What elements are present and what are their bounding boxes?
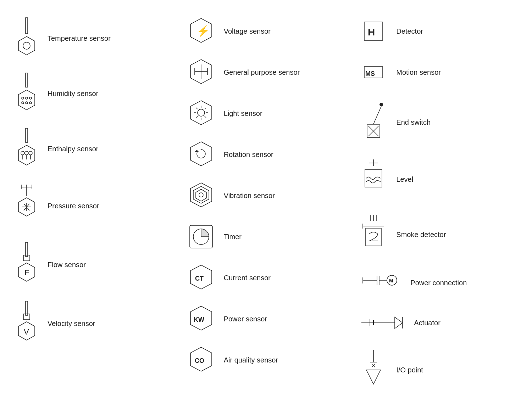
light-sensor-label: Light sensor [224, 109, 262, 118]
svg-rect-88 [366, 228, 381, 246]
light-sensor-item: Light sensor [180, 93, 353, 134]
air-quality-sensor-symbol: CO [187, 346, 215, 374]
smoke-detector-item: Smoke detector [352, 207, 525, 262]
svg-point-60 [199, 193, 203, 197]
power-connection-item: M Power connection [352, 262, 525, 303]
level-label: Level [396, 175, 413, 184]
temperature-sensor-item: Temperature sensor [7, 11, 180, 66]
humidity-sensor-symbol [14, 72, 39, 115]
detector-item: H Detector [352, 11, 525, 52]
level-symbol [359, 158, 388, 201]
svg-marker-44 [190, 101, 212, 125]
svg-marker-59 [196, 189, 206, 201]
current-sensor-label: Current sensor [224, 274, 271, 282]
power-connection-symbol: M [359, 269, 402, 297]
io-point-item: I/O point [352, 342, 525, 398]
svg-text:CT: CT [195, 275, 204, 282]
power-connection-label: Power connection [410, 279, 467, 287]
svg-text:M: M [389, 278, 393, 283]
svg-text:H: H [368, 27, 375, 38]
power-sensor-item: KW Power sensor [180, 298, 353, 339]
actuator-label: Actuator [414, 319, 440, 327]
motion-sensor-label: Motion sensor [396, 68, 441, 77]
svg-line-53 [196, 116, 198, 118]
svg-rect-0 [26, 18, 28, 34]
svg-point-75 [379, 103, 383, 106]
svg-text:CO: CO [195, 357, 204, 364]
svg-rect-30 [23, 255, 30, 261]
enthalpy-sensor-label: Enthalpy sensor [48, 145, 98, 153]
svg-rect-82 [365, 169, 382, 187]
svg-rect-11 [26, 128, 28, 142]
svg-text:F: F [24, 268, 29, 277]
svg-marker-105 [366, 370, 381, 384]
vibration-sensor-label: Vibration sensor [224, 192, 275, 200]
motion-sensor-item: MS Motion sensor [352, 52, 525, 93]
svg-rect-33 [26, 301, 28, 315]
voltage-sensor-item: ⚡ Voltage sensor [180, 11, 353, 52]
velocity-sensor-item: V Velocity sensor [7, 294, 180, 353]
flow-sensor-item: F Flow sensor [7, 235, 180, 294]
velocity-sensor-label: Velocity sensor [48, 320, 95, 328]
svg-point-7 [29, 97, 32, 99]
velocity-sensor-symbol: V [14, 300, 39, 347]
column-3: H Detector MS Motion sensor [352, 11, 525, 398]
svg-marker-99 [395, 317, 403, 328]
column-1: Temperature sensor Humidity sensor [7, 11, 180, 398]
flow-sensor-label: Flow sensor [48, 261, 86, 269]
end-switch-label: End switch [396, 118, 431, 126]
svg-point-8 [22, 102, 24, 104]
smoke-detector-label: Smoke detector [396, 231, 446, 239]
svg-line-76 [373, 106, 381, 124]
humidity-sensor-label: Humidity sensor [48, 90, 98, 98]
pressure-sensor-item: Pressure sensor [7, 176, 180, 235]
actuator-item: Actuator [352, 303, 525, 342]
level-item: Level [352, 152, 525, 207]
timer-label: Timer [224, 233, 242, 241]
svg-line-50 [196, 108, 198, 109]
svg-marker-4 [18, 90, 35, 110]
temperature-sensor-symbol [14, 17, 39, 60]
rotation-sensor-symbol [187, 140, 215, 169]
svg-point-55 [197, 150, 205, 158]
io-point-label: I/O point [396, 366, 423, 374]
general-purpose-sensor-symbol [187, 58, 215, 86]
svg-line-51 [205, 116, 206, 118]
svg-line-52 [205, 108, 206, 109]
svg-rect-29 [26, 242, 28, 257]
rotation-sensor-item: Rotation sensor [180, 134, 353, 175]
svg-point-45 [198, 109, 205, 116]
svg-marker-56 [195, 150, 199, 152]
svg-marker-54 [190, 142, 212, 166]
end-switch-symbol [359, 99, 388, 145]
vibration-sensor-item: Vibration sensor [180, 175, 353, 216]
smoke-detector-symbol [359, 213, 388, 256]
svg-point-5 [22, 97, 24, 99]
svg-text:MS: MS [365, 70, 375, 77]
svg-text:⚡: ⚡ [196, 25, 210, 38]
actuator-symbol [359, 312, 405, 333]
svg-point-14 [25, 151, 28, 155]
enthalpy-sensor-item: Enthalpy sensor [7, 121, 180, 176]
svg-point-9 [26, 102, 28, 104]
pressure-sensor-label: Pressure sensor [48, 202, 99, 210]
light-sensor-symbol [187, 99, 215, 128]
voltage-sensor-symbol: ⚡ [187, 17, 215, 45]
flow-sensor-symbol: F [14, 242, 39, 288]
motion-sensor-symbol: MS [359, 58, 388, 86]
humidity-sensor-item: Humidity sensor [7, 66, 180, 121]
io-point-symbol [359, 349, 388, 391]
general-purpose-sensor-label: General purpose sensor [224, 68, 300, 77]
current-sensor-symbol: CT [187, 264, 215, 292]
svg-marker-1 [18, 36, 35, 55]
power-sensor-label: Power sensor [224, 315, 267, 323]
svg-text:KW: KW [194, 316, 204, 323]
detector-label: Detector [396, 27, 423, 35]
end-switch-item: End switch [352, 93, 525, 152]
vibration-sensor-symbol [187, 181, 215, 210]
general-purpose-sensor-item: General purpose sensor [180, 52, 353, 93]
svg-point-13 [21, 151, 24, 155]
detector-symbol: H [359, 17, 388, 45]
column-2: ⚡ Voltage sensor General purpose sensor [180, 11, 353, 398]
svg-point-10 [29, 102, 32, 104]
